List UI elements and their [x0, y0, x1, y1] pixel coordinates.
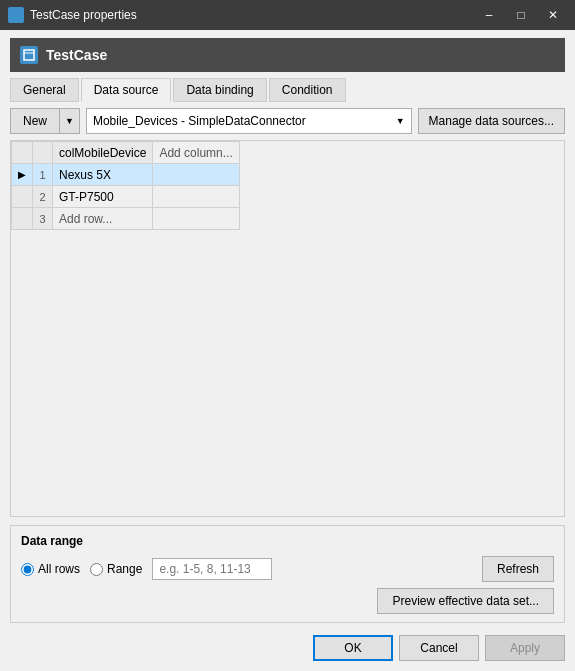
- dialog-header-icon: [20, 46, 38, 64]
- data-table: colMobileDevice Add column... ▶ 1 Nexus …: [11, 141, 240, 230]
- tab-condition[interactable]: Condition: [269, 78, 346, 102]
- tab-databinding[interactable]: Data binding: [173, 78, 266, 102]
- row-selected-indicator: ▶: [12, 164, 33, 186]
- dialog-buttons: OK Cancel Apply: [10, 635, 565, 661]
- titlebar: TestCase properties – □ ✕: [0, 0, 575, 30]
- row-indicator: [12, 186, 33, 208]
- titlebar-title: TestCase properties: [30, 8, 137, 22]
- new-button[interactable]: New: [10, 108, 59, 134]
- close-button[interactable]: ✕: [539, 4, 567, 26]
- datasource-dropdown[interactable]: Mobile_Devices - SimpleDataConnector ▼: [86, 108, 412, 134]
- datasource-arrow-icon: ▼: [396, 116, 405, 126]
- dialog-header-title: TestCase: [46, 47, 107, 63]
- range-radio[interactable]: [90, 563, 103, 576]
- preview-row: Preview effective data set...: [21, 588, 554, 614]
- all-rows-radio[interactable]: [21, 563, 34, 576]
- tab-datasource[interactable]: Data source: [81, 78, 172, 102]
- datasource-value: Mobile_Devices - SimpleDataConnector: [93, 114, 396, 128]
- refresh-button[interactable]: Refresh: [482, 556, 554, 582]
- tab-general[interactable]: General: [10, 78, 79, 102]
- range-label: Range: [107, 562, 142, 576]
- add-row-cell[interactable]: Add row...: [53, 208, 153, 230]
- cancel-button[interactable]: Cancel: [399, 635, 479, 661]
- row-cell-colmobiledevice[interactable]: Nexus 5X: [53, 164, 153, 186]
- maximize-button[interactable]: □: [507, 4, 535, 26]
- row-cell-extra: [153, 164, 239, 186]
- range-input[interactable]: [152, 558, 272, 580]
- all-rows-label: All rows: [38, 562, 80, 576]
- new-button-split: New ▼: [10, 108, 80, 134]
- minimize-button[interactable]: –: [475, 4, 503, 26]
- range-radio-item[interactable]: Range: [90, 562, 142, 576]
- add-column-header[interactable]: Add column...: [153, 142, 239, 164]
- ok-button[interactable]: OK: [313, 635, 393, 661]
- dialog-header: TestCase: [10, 38, 565, 72]
- svg-rect-0: [24, 50, 34, 60]
- row-cell-colmobiledevice[interactable]: GT-P7500: [53, 186, 153, 208]
- row-num: 1: [33, 164, 53, 186]
- preview-button[interactable]: Preview effective data set...: [377, 588, 554, 614]
- tab-bar: General Data source Data binding Conditi…: [10, 78, 565, 102]
- data-range-label: Data range: [21, 534, 554, 548]
- dialog-body: TestCase General Data source Data bindin…: [0, 30, 575, 671]
- manage-datasources-button[interactable]: Manage data sources...: [418, 108, 565, 134]
- data-range-row: All rows Range Refresh: [21, 556, 554, 582]
- row-num: 3: [33, 208, 53, 230]
- new-dropdown-arrow[interactable]: ▼: [59, 108, 80, 134]
- col-indicator-header: [12, 142, 33, 164]
- table-row[interactable]: 2 GT-P7500: [12, 186, 240, 208]
- row-cell-extra: [153, 186, 239, 208]
- row-num: 2: [33, 186, 53, 208]
- row-indicator: [12, 208, 33, 230]
- data-range-section: Data range All rows Range Refresh Previe…: [10, 525, 565, 623]
- table-header-row: colMobileDevice Add column...: [12, 142, 240, 164]
- row-cell-extra: [153, 208, 239, 230]
- col-rownum-header: [33, 142, 53, 164]
- data-table-container: colMobileDevice Add column... ▶ 1 Nexus …: [10, 140, 565, 517]
- table-row-add[interactable]: 3 Add row...: [12, 208, 240, 230]
- apply-button[interactable]: Apply: [485, 635, 565, 661]
- table-row[interactable]: ▶ 1 Nexus 5X: [12, 164, 240, 186]
- all-rows-radio-item[interactable]: All rows: [21, 562, 80, 576]
- col-colmobiledevice-header[interactable]: colMobileDevice: [53, 142, 153, 164]
- titlebar-left: TestCase properties: [8, 7, 137, 23]
- toolbar-row: New ▼ Mobile_Devices - SimpleDataConnect…: [10, 108, 565, 134]
- titlebar-app-icon: [8, 7, 24, 23]
- titlebar-controls: – □ ✕: [475, 4, 567, 26]
